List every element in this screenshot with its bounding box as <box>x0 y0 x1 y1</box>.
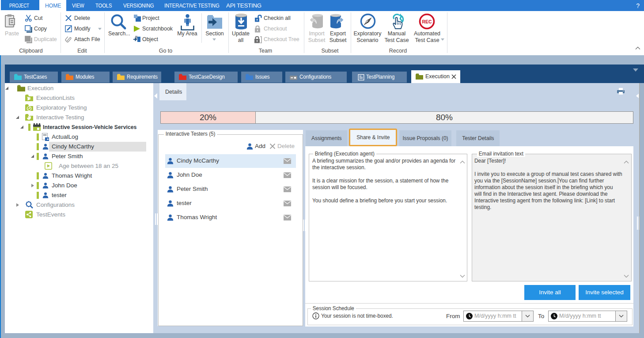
svg-text:REC: REC <box>422 19 432 24</box>
